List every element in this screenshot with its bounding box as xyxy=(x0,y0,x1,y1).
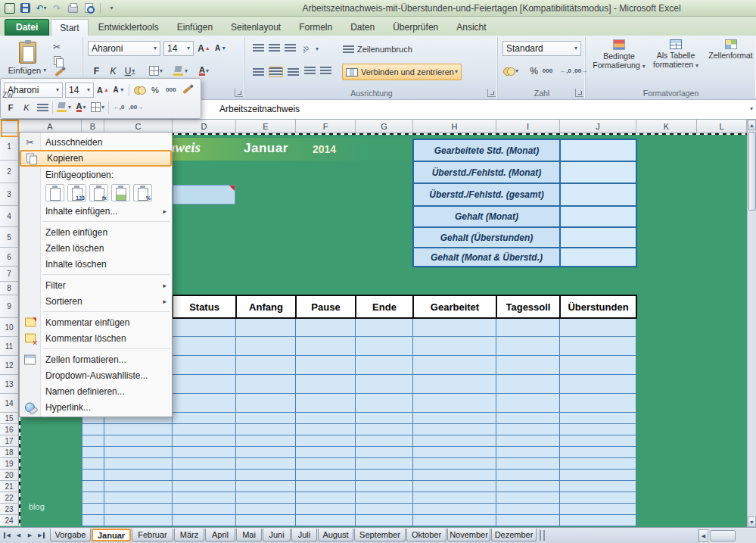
cell[interactable] xyxy=(496,458,560,470)
cell[interactable] xyxy=(173,356,236,375)
scroll-down-button[interactable]: ▼ xyxy=(748,516,756,527)
customize-qat-button[interactable]: ▾ xyxy=(105,2,118,14)
cell[interactable] xyxy=(173,394,236,413)
tab-splitter[interactable] xyxy=(540,530,545,541)
cell[interactable] xyxy=(296,394,356,413)
cell[interactable] xyxy=(173,470,236,481)
column-header-g[interactable]: G xyxy=(356,120,413,133)
cell[interactable] xyxy=(236,492,296,504)
row-header-18[interactable]: 18 xyxy=(0,447,19,458)
mini-font-color-button[interactable]: A▾ xyxy=(74,101,88,114)
save-button[interactable] xyxy=(19,2,32,14)
cell[interactable] xyxy=(236,413,296,424)
ribbon-tab-seitenlayout[interactable]: Seitenlayout xyxy=(222,19,289,36)
menu-item-zellen-löschen[interactable]: Zellen löschen xyxy=(20,240,172,256)
table-header-cell[interactable]: Tagessoll xyxy=(496,295,561,319)
paste-formatting-button[interactable] xyxy=(111,184,130,201)
cell[interactable] xyxy=(296,470,356,481)
menu-item-zellen-einfügen[interactable]: Zellen einfügen xyxy=(20,224,172,240)
cell[interactable] xyxy=(496,515,560,526)
mini-accounting-button[interactable] xyxy=(132,83,146,97)
cell[interactable] xyxy=(496,492,560,504)
cell[interactable] xyxy=(173,504,236,515)
sheet-tab-september[interactable]: September xyxy=(354,529,406,541)
row-header-22[interactable]: 22 xyxy=(0,492,19,504)
row-header-13[interactable]: 13 xyxy=(0,375,19,394)
column-header-d[interactable]: D xyxy=(173,120,236,133)
accounting-format-button[interactable]: ▾ xyxy=(502,64,519,78)
cell[interactable] xyxy=(236,356,296,375)
cell[interactable] xyxy=(236,481,296,492)
cell[interactable] xyxy=(236,458,296,470)
increase-decimal-button[interactable]: ←,0 xyxy=(558,64,573,78)
conditional-formatting-button[interactable]: Bedingte Formatierung ▾ xyxy=(592,39,646,95)
orientation-button[interactable]: ▾ xyxy=(303,42,319,56)
cell[interactable] xyxy=(82,458,104,470)
summary-value-cell[interactable] xyxy=(560,139,636,161)
cell[interactable] xyxy=(413,337,496,356)
cut-button[interactable]: ✂ xyxy=(53,42,61,52)
paste-percent-button[interactable]: % xyxy=(133,184,152,201)
merge-center-button[interactable]: Verbinden und zentrieren ▾ xyxy=(342,64,462,80)
row-header-2[interactable]: 2 xyxy=(0,161,19,183)
cell[interactable] xyxy=(496,481,560,492)
cell[interactable] xyxy=(236,470,296,481)
print-button[interactable] xyxy=(67,2,79,14)
cell[interactable] xyxy=(560,470,636,481)
scroll-left-button[interactable]: ◀ xyxy=(698,529,708,542)
cell[interactable] xyxy=(236,318,296,337)
print-preview-button[interactable] xyxy=(82,2,95,14)
cell[interactable] xyxy=(104,492,173,504)
column-header-f[interactable]: F xyxy=(296,120,356,133)
decrease-decimal-button[interactable]: ,00→ xyxy=(572,64,588,78)
cell-styles-button[interactable]: Zellenformat xyxy=(705,39,756,95)
cell[interactable] xyxy=(560,337,636,356)
summary-value-cell[interactable] xyxy=(560,183,636,206)
cell[interactable] xyxy=(560,424,636,435)
cell[interactable] xyxy=(356,481,413,492)
cell[interactable] xyxy=(413,318,496,337)
row-header-23[interactable]: 23 xyxy=(0,504,19,515)
cell[interactable] xyxy=(356,435,413,447)
cell[interactable] xyxy=(104,447,173,458)
table-header-cell[interactable]: Status xyxy=(172,295,237,319)
grow-font-button[interactable]: A▲ xyxy=(197,41,211,55)
mini-center-button[interactable] xyxy=(36,101,49,114)
number-dialog-launcher[interactable] xyxy=(575,89,583,97)
fill-color-button[interactable]: ▾ xyxy=(173,64,188,78)
menu-item-dropdown-auswahlliste[interactable]: Dropdown-Auswahlliste... xyxy=(20,367,172,383)
redo-button[interactable]: ↷ xyxy=(51,2,64,14)
cell[interactable] xyxy=(236,504,296,515)
cell[interactable] xyxy=(413,394,496,413)
cell[interactable] xyxy=(104,458,173,470)
row-header-6[interactable]: 6 xyxy=(0,248,19,267)
row-header-8[interactable]: 8 xyxy=(0,282,19,295)
cell[interactable] xyxy=(413,435,496,447)
sheet-tab-november[interactable]: November xyxy=(447,529,490,541)
menu-item-ausschneiden[interactable]: ✂Ausschneiden xyxy=(20,134,172,150)
row-header-20[interactable]: 20 xyxy=(0,470,19,481)
cell[interactable] xyxy=(296,481,356,492)
cell[interactable] xyxy=(560,375,636,394)
bold-button[interactable]: F xyxy=(89,64,104,78)
cell[interactable] xyxy=(296,492,356,504)
column-header-l[interactable]: L xyxy=(697,120,747,133)
column-header-h[interactable]: H xyxy=(413,120,496,133)
previous-sheet-button[interactable]: ◀ xyxy=(14,530,23,541)
number-format-select[interactable]: Standard▾ xyxy=(502,41,581,56)
mini-grow-font-button[interactable]: A▲ xyxy=(96,83,110,97)
cell[interactable] xyxy=(413,375,496,394)
cell[interactable] xyxy=(496,356,560,375)
cell[interactable] xyxy=(173,515,236,526)
cell[interactable] xyxy=(356,356,413,375)
cell[interactable] xyxy=(236,515,296,526)
row-header-5[interactable]: 5 xyxy=(0,227,19,248)
align-middle-icon[interactable] xyxy=(269,44,280,51)
column-header-e[interactable]: E xyxy=(236,120,296,133)
cell[interactable] xyxy=(173,413,236,424)
cell[interactable] xyxy=(496,470,560,481)
column-header-i[interactable]: I xyxy=(496,120,560,133)
cell[interactable] xyxy=(296,318,356,337)
ribbon-tab-start[interactable]: Start xyxy=(51,19,88,36)
cell[interactable] xyxy=(560,318,636,337)
